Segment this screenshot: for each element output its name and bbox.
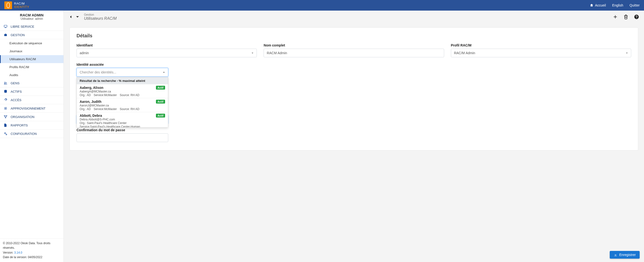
dropdown-item[interactable]: Abbott, Debra Actif Debra.Abbott@S-PHC.c… <box>77 112 168 128</box>
sidebar-nav: LIBRE SERVICE GESTION Exécution de séque… <box>0 22 64 238</box>
down-button[interactable] <box>74 14 80 20</box>
nom-label: Nom complet <box>264 43 444 47</box>
nav-rapports[interactable]: RAPPORTS <box>0 121 64 130</box>
identite-label: Identité associée <box>76 63 168 66</box>
nav-label: ACTIFS <box>10 90 22 93</box>
document-icon <box>4 123 8 127</box>
status-badge: Actif <box>156 100 165 104</box>
brand-line2: IDENTITY <box>14 5 29 9</box>
nav-sub-sequence[interactable]: Exécution de séquence <box>0 39 64 47</box>
profil-label: Profil RAC/M <box>451 43 631 47</box>
breadcrumb: Gestion Utilisateurs RAC/M <box>84 13 116 21</box>
svg-point-0 <box>7 3 10 8</box>
details-card: Détails Identifiant Nom complet Pr <box>70 27 638 150</box>
gears-icon <box>4 132 8 135</box>
item-email: AabergA@MCMaster.ca <box>80 90 165 93</box>
nav-home-label: Accueil <box>595 3 606 7</box>
main: Gestion Utilisateurs RAC/M Détails Ident… <box>64 10 644 262</box>
nav-sub-utilisateurs[interactable]: Utilisateurs RAC/M <box>0 55 64 63</box>
svg-point-3 <box>6 82 6 83</box>
brand-line1: RAC/M <box>14 2 29 5</box>
item-meta2: Service:Saint-Paul's Healthcare Center-H… <box>80 125 165 128</box>
network-icon <box>4 115 8 119</box>
item-name: Aaron, Judith <box>80 100 102 104</box>
nav-sub-journaux[interactable]: Journaux <box>0 47 64 55</box>
nav-label: GESTION <box>10 33 25 37</box>
nom-input[interactable] <box>264 49 444 57</box>
footer-version-link[interactable]: 3.14.0 <box>14 251 22 254</box>
nav-label: CONFIGURATION <box>10 132 37 135</box>
field-identifiant: Identifiant <box>76 43 257 57</box>
svg-point-9 <box>6 134 7 135</box>
nav-quit[interactable]: Quitter <box>630 3 640 7</box>
add-button[interactable] <box>612 14 618 19</box>
delete-button[interactable] <box>623 14 628 19</box>
nav-label: ORGANISATION <box>10 115 34 119</box>
nav-sub-audits[interactable]: Audits <box>0 71 64 79</box>
nav-libre-service[interactable]: LIBRE SERVICE <box>0 22 64 31</box>
nav-home[interactable]: Accueil <box>590 3 606 7</box>
svg-point-5 <box>4 116 5 116</box>
nav-label: LIBRE SERVICE <box>10 25 34 28</box>
back-button[interactable] <box>68 14 74 20</box>
svg-point-8 <box>4 133 6 134</box>
footer-copyright: © 2010-2022 Okiok Data. Tous droits rése… <box>3 241 60 250</box>
home-icon <box>590 3 594 7</box>
nav-label: RAPPORTS <box>10 124 28 127</box>
dropdown-header: Résultat de la recherche - % maximal att… <box>77 77 168 84</box>
top-bar: RAC/M IDENTITY Accueil English Quitter <box>0 0 644 10</box>
nav-gens[interactable]: GENS <box>0 79 64 87</box>
identite-search-input[interactable] <box>76 68 168 77</box>
nav-language[interactable]: English <box>612 3 623 7</box>
status-badge: Actif <box>156 86 165 90</box>
field-identite: Identité associée Résultat de la recherc… <box>76 63 168 77</box>
field-nom-complet: Nom complet <box>264 43 444 57</box>
dropdown-item[interactable]: Aaron, Judith Actif AaronJ@MCMaster.ca O… <box>77 98 168 112</box>
nav-label: GENS <box>10 81 20 85</box>
nav-gestion[interactable]: GESTION <box>0 31 64 39</box>
main-header: Gestion Utilisateurs RAC/M <box>64 10 644 23</box>
crumb-title: Utilisateurs RAC/M <box>84 16 116 21</box>
identifiant-label: Identifiant <box>76 43 257 47</box>
briefcase-icon <box>4 33 8 37</box>
item-meta: Org.: Saint-Paul's Healthcare Center <box>80 121 165 125</box>
sidebar-header: RACM ADMIN Utilisateur: admin <box>0 10 64 22</box>
brand-logo-icon <box>4 1 12 9</box>
status-badge: Actif <box>156 114 165 118</box>
fingerprint-icon <box>4 98 8 102</box>
card-heading: Détails <box>76 33 631 38</box>
svg-point-2 <box>4 82 5 83</box>
nav-label: ACCÈS <box>10 98 22 102</box>
nav-configuration[interactable]: CONFIGURATION <box>0 130 64 138</box>
nav-organisation[interactable]: ORGANISATION <box>0 113 64 121</box>
arrows-icon <box>4 107 8 110</box>
nav-sub-profils[interactable]: Profils RAC/M <box>0 63 64 71</box>
sidebar-user: Utilisateur: admin <box>2 17 62 20</box>
sidebar: RACM ADMIN Utilisateur: admin LIBRE SERV… <box>0 10 64 262</box>
help-button[interactable] <box>634 14 639 19</box>
field-profil: Profil RAC/M <box>451 43 631 57</box>
dropdown-item[interactable]: Aaberg, Alison Actif AabergA@MCMaster.ca… <box>77 84 168 98</box>
item-name: Abbott, Debra <box>80 114 102 118</box>
identifiant-select[interactable] <box>76 49 257 57</box>
confirm-password-input[interactable] <box>76 133 168 142</box>
nav-actifs[interactable]: ACTIFS <box>0 87 64 96</box>
item-meta: Org.: ADService:McMasterSource: RH AD <box>80 107 165 111</box>
profil-select[interactable] <box>451 49 631 57</box>
nav-label: APPROVISIONNEMENT <box>10 107 46 110</box>
brand-text: RAC/M IDENTITY <box>14 2 29 8</box>
sidebar-footer: © 2010-2022 Okiok Data. Tous droits rése… <box>0 238 64 262</box>
nav-approvisionnement[interactable]: APPROVISIONNEMENT <box>0 104 64 113</box>
footer-date-line: Date de la version: 04/05/2022 <box>3 255 60 260</box>
identite-dropdown: Résultat de la recherche - % maximal att… <box>76 77 168 128</box>
field-confirm-password: Confirmation du mot de passe <box>76 128 168 142</box>
item-name: Aaberg, Alison <box>80 86 103 90</box>
chevron-up-icon <box>162 70 166 74</box>
save-button[interactable]: Enregistrer <box>610 251 640 259</box>
crumb-section: Gestion <box>84 13 116 16</box>
svg-rect-1 <box>4 25 7 27</box>
brand: RAC/M IDENTITY <box>4 1 29 9</box>
item-email: AaronJ@MCMaster.ca <box>80 104 165 107</box>
sidebar-app-name: RACM ADMIN <box>2 13 62 17</box>
nav-acces[interactable]: ACCÈS <box>0 96 64 104</box>
